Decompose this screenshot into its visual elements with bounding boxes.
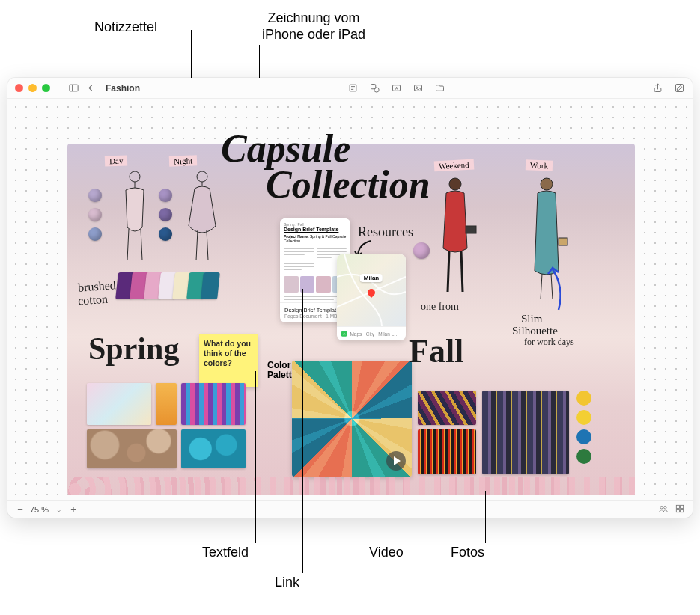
insert-shape-icon[interactable]	[369, 82, 380, 94]
doc-title: Design Brief Template	[284, 227, 347, 232]
svg-rect-28	[681, 509, 684, 512]
insert-file-icon[interactable]	[434, 82, 445, 94]
handwriting: Slim	[521, 313, 542, 325]
mood-board[interactable]: Capsule Collection Day Night	[67, 144, 635, 495]
photo[interactable]	[87, 429, 177, 468]
svg-point-23	[660, 506, 663, 509]
photo[interactable]	[181, 383, 246, 425]
photo[interactable]	[156, 383, 177, 425]
compose-icon[interactable]	[674, 82, 685, 94]
fabric-swatches	[117, 272, 216, 299]
handwriting: for work days	[524, 337, 574, 348]
photo[interactable]	[87, 383, 151, 425]
swatch-dot	[413, 242, 430, 259]
callout-line	[407, 491, 407, 543]
svg-text:Capsule: Capsule	[221, 127, 350, 170]
play-icon[interactable]	[386, 451, 406, 471]
zoom-in-button[interactable]: +	[68, 504, 79, 515]
svg-rect-26	[681, 505, 684, 508]
sticky-note[interactable]: What do you think of the colors?	[199, 334, 258, 387]
collaboration-icon[interactable]	[658, 504, 669, 515]
callout-drawing-label: Zeichnung vom iPhone oder iPad	[262, 10, 365, 43]
svg-point-7	[374, 88, 378, 92]
insert-media-icon[interactable]	[413, 82, 424, 94]
fullscreen-button[interactable]	[42, 84, 50, 92]
callout-sticky-label: Notizzettel	[94, 19, 157, 36]
callout-textfield-label: Textfeld	[202, 545, 249, 561]
svg-point-21	[541, 178, 553, 190]
maps-app-icon	[341, 331, 347, 337]
callouts-bottom: Textfeld Link Video Fotos	[0, 518, 700, 615]
status-bar: − 75 % ⌵ +	[7, 500, 693, 518]
palette-dot	[576, 391, 591, 406]
window-controls	[15, 84, 50, 92]
minimize-button[interactable]	[28, 84, 37, 92]
map-pin-label: Milan	[360, 274, 383, 282]
callout-line	[302, 289, 303, 573]
svg-text:A: A	[395, 86, 398, 91]
svg-point-24	[664, 506, 667, 509]
link-card-map[interactable]: Milan Maps · City · Milan Lom…	[337, 254, 406, 340]
palette-dot	[576, 429, 591, 444]
svg-rect-27	[676, 509, 679, 512]
svg-rect-22	[559, 238, 567, 245]
swatch-dot	[88, 189, 102, 202]
tag-night: Night	[169, 155, 198, 166]
swatch-dot	[88, 208, 102, 221]
swatch-dot	[88, 227, 102, 241]
titlebar: Fashion A	[7, 78, 693, 99]
sidebar-toggle-icon[interactable]	[68, 82, 79, 94]
handwriting-spring: Spring	[88, 331, 179, 367]
tag-day: Day	[105, 155, 128, 166]
palette-dot	[576, 410, 591, 425]
zoom-out-button[interactable]: −	[15, 504, 25, 515]
share-icon[interactable]	[652, 82, 663, 94]
palette-dot	[576, 449, 591, 464]
board-title: Fashion	[106, 83, 140, 94]
handwriting-fall: Fall	[409, 332, 463, 370]
sketch-night	[180, 168, 225, 265]
sketch-weekend	[427, 174, 485, 301]
handwriting-cotton: cotton	[77, 293, 108, 308]
photo[interactable]	[181, 429, 246, 468]
photo[interactable]	[418, 429, 476, 474]
callout-photos-label: Fotos	[451, 545, 484, 561]
svg-text:Collection: Collection	[266, 163, 430, 206]
svg-point-16	[130, 171, 140, 182]
callout-video-label: Video	[369, 545, 404, 561]
svg-rect-0	[70, 85, 78, 91]
close-button[interactable]	[15, 84, 23, 92]
insert-note-icon[interactable]	[347, 82, 359, 94]
callout-line	[485, 491, 486, 543]
tag-weekend: Weekend	[434, 159, 474, 172]
svg-rect-20	[466, 226, 476, 233]
color-palette	[576, 391, 591, 464]
grid-view-icon[interactable]	[675, 504, 685, 515]
photo[interactable]	[482, 391, 569, 474]
callout-line	[255, 371, 256, 543]
sticky-note-text: What do you think of the colors?	[204, 339, 251, 367]
handwriting-title: Capsule Collection	[213, 123, 438, 212]
handwriting: one from	[421, 301, 459, 313]
callout-link-label: Link	[275, 575, 299, 591]
back-button[interactable]	[85, 82, 97, 94]
insert-text-icon[interactable]: A	[391, 82, 402, 94]
map-preview: Milan	[337, 254, 406, 326]
zoom-control: − 75 % ⌵ +	[15, 504, 79, 515]
app-window: Fashion A	[7, 78, 693, 518]
arrow-icon	[536, 265, 573, 317]
photo[interactable]	[418, 391, 476, 425]
handwriting: Silhouette	[512, 325, 558, 337]
handwriting-brushed: brushed	[77, 278, 116, 294]
swatch-dot	[159, 189, 172, 202]
video[interactable]	[292, 361, 412, 477]
insert-toolbar: A	[347, 82, 445, 94]
zoom-menu-chevron-icon[interactable]: ⌵	[53, 506, 64, 513]
svg-point-17	[197, 171, 207, 182]
map-subtitle: Maps · City · Milan Lom…	[350, 331, 401, 337]
zoom-level[interactable]: 75 %	[30, 505, 49, 514]
canvas[interactable]: Capsule Collection Day Night	[7, 99, 693, 500]
swatch-dot	[159, 208, 172, 221]
tag-work: Work	[526, 159, 553, 171]
svg-point-19	[449, 178, 461, 190]
